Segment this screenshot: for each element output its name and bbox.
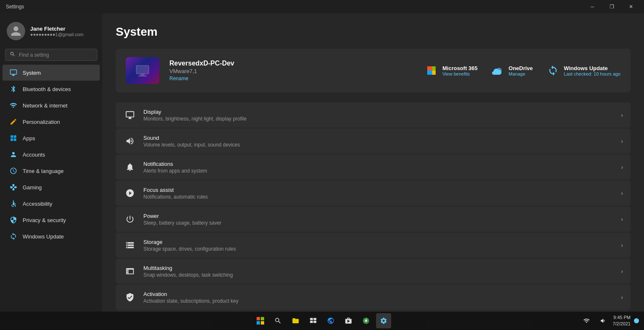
nav-items: System Bluetooth & devices Network & int… [0,64,102,312]
taskbar-taskview-button[interactable] [306,313,321,328]
sidebar-item-system-label: System [23,70,41,76]
settings-item-focus[interactable]: Focus assist Notifications, automatic ru… [116,181,631,206]
quick-links: Microsoft 365 View benefits OneDrive Man… [425,64,621,77]
sidebar-item-time[interactable]: Time & language [3,163,100,179]
titlebar-controls: ─ ❐ ✕ [583,0,641,13]
taskbar-store-button[interactable] [341,313,356,328]
sidebar-item-system[interactable]: System [3,65,100,81]
sidebar-item-apps[interactable]: Apps [3,130,100,146]
ms365-icon [425,64,438,77]
svg-rect-5 [136,65,149,74]
tray-volume-icon[interactable] [596,313,611,328]
accounts-icon [9,150,18,159]
bluetooth-icon [9,85,18,93]
titlebar-title: Settings [6,4,24,10]
svg-rect-3 [14,139,16,141]
tray-network-icon[interactable] [579,313,594,328]
user-email: ●●●●●●●●●1@gmail.com [30,32,83,37]
time-icon [9,167,18,175]
sidebar-item-accounts-label: Accounts [23,152,45,158]
display-icon [123,108,137,122]
settings-item-power[interactable]: Power Sleep, battery usage, battery save… [116,207,631,232]
settings-item-display[interactable]: Display Monitors, brightness, night ligh… [116,102,631,128]
gaming-icon [9,183,18,191]
svg-rect-15 [310,321,313,323]
settings-item-activation[interactable]: Activation Activation state, subscriptio… [116,285,631,310]
search-icon [10,51,16,58]
focus-desc: Notifications, automatic rules [143,194,614,200]
sound-text: Sound Volume levels, output, input, soun… [143,135,614,148]
sound-icon [123,134,137,148]
taskbar-settings-button[interactable] [376,313,391,328]
sidebar-item-apps-label: Apps [23,135,35,141]
winupdate-sub: Last checked: 10 hours ago [564,71,621,76]
search-box[interactable] [5,49,97,61]
minimize-button[interactable]: ─ [583,0,602,13]
sidebar-item-bluetooth[interactable]: Bluetooth & devices [3,81,100,97]
settings-item-notifications[interactable]: Notifications Alerts from apps and syste… [116,155,631,180]
sound-chevron: › [621,138,623,144]
sidebar-item-personalization[interactable]: Personalization [3,114,100,130]
svg-point-4 [13,201,14,202]
svg-marker-11 [427,71,432,75]
winupdate-link[interactable]: Windows Update Last checked: 10 hours ag… [546,64,621,77]
settings-item-multitasking[interactable]: Multitasking Snap windows, desktops, tas… [116,259,631,284]
taskbar-search-button[interactable] [270,313,286,328]
svg-rect-16 [314,321,317,323]
multitasking-desc: Snap windows, desktops, task switching [143,272,614,278]
taskbar-edge-button[interactable] [323,313,338,328]
focus-name: Focus assist [143,187,614,193]
windowsupdate-icon [9,232,18,241]
svg-rect-7 [138,76,147,76]
tray-notification-dot[interactable] [634,318,639,323]
storage-text: Storage Storage space, drives, configura… [143,239,614,252]
onedrive-icon [491,64,504,77]
storage-desc: Storage space, drives, configuration rul… [143,246,614,252]
search-input[interactable] [19,52,93,58]
onedrive-name: OneDrive [509,65,533,71]
notifications-chevron: › [621,164,623,170]
sidebar-item-windowsupdate[interactable]: Windows Update [3,228,100,244]
notifications-icon [123,160,137,174]
sidebar-item-accounts[interactable]: Accounts [3,147,100,162]
activation-desc: Activation state, subscriptions, product… [143,298,614,304]
restore-button[interactable]: ❐ [602,0,621,13]
sidebar-item-accessibility[interactable]: Accessibility [3,196,100,212]
svg-rect-2 [10,139,13,141]
user-section[interactable]: Jane Fletcher ●●●●●●●●●1@gmail.com [0,17,102,45]
close-button[interactable]: ✕ [621,0,641,13]
settings-item-storage[interactable]: Storage Storage space, drives, configura… [116,233,631,258]
main-area: Jane Fletcher ●●●●●●●●●1@gmail.com Syste… [0,13,644,312]
activation-chevron: › [621,294,623,301]
tray-time: 9:45 PM [613,314,631,321]
sidebar-item-network-label: Network & internet [23,102,68,109]
network-icon [9,101,18,110]
storage-name: Storage [143,239,614,245]
system-tray [579,313,611,328]
sidebar-item-time-label: Time & language [23,168,64,174]
sidebar-item-network[interactable]: Network & internet [3,97,100,113]
settings-item-sound[interactable]: Sound Volume levels, output, input, soun… [116,128,631,154]
winupdate-quick-icon [546,64,560,77]
tray-clock[interactable]: 9:45 PM 7/2/2021 [613,314,631,327]
multitasking-name: Multitasking [143,265,614,271]
rename-link[interactable]: Rename [169,76,188,81]
multitasking-chevron: › [621,268,623,275]
display-desc: Monitors, brightness, night light, displ… [143,116,614,122]
sidebar-item-privacy[interactable]: Privacy & security [3,212,100,228]
power-desc: Sleep, battery usage, battery saver [143,220,614,226]
sidebar-item-accessibility-label: Accessibility [23,201,52,207]
multitasking-icon [123,265,137,278]
focus-chevron: › [621,190,623,196]
taskbar-fileexplorer-button[interactable] [288,313,303,328]
start-button[interactable] [253,313,268,328]
onedrive-link[interactable]: OneDrive Manage [491,64,533,77]
activation-name: Activation [143,291,614,297]
ms365-link[interactable]: Microsoft 365 View benefits [425,64,478,77]
privacy-icon [9,216,18,224]
display-name: Display [143,109,614,115]
taskbar-browser-button[interactable] [358,313,374,328]
power-icon [123,212,137,226]
sidebar: Jane Fletcher ●●●●●●●●●1@gmail.com Syste… [0,13,102,312]
sidebar-item-gaming[interactable]: Gaming [3,179,100,195]
